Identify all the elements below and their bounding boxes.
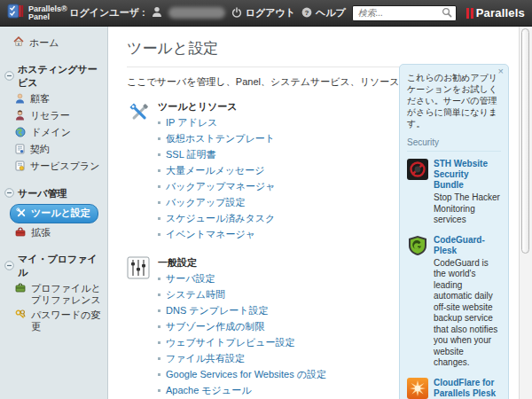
link-row: サーバ設定 xyxy=(158,272,393,286)
promo-intro-text: これらのお勧めアプリケーションをお試しください。サーバの管理がさらに簡単になりま… xyxy=(407,72,501,129)
parallels-bars-icon xyxy=(466,8,473,19)
sidebar-item-subscriptions[interactable]: 契約 xyxy=(0,142,107,159)
sidebar-item-service-plans[interactable]: サービスプラン xyxy=(0,159,107,176)
link-dns-template[interactable]: DNS テンプレート設定 xyxy=(166,304,269,317)
recommended-apps-panel: × これらのお勧めアプリケーションをお試しください。サーバの管理がさらに簡単にな… xyxy=(399,64,509,399)
sidebar-item-tools-settings-selected[interactable]: ツールと設定 xyxy=(10,204,98,223)
link-subzone-restriction[interactable]: サブゾーン作成の制限 xyxy=(166,320,264,333)
promo-app-sth: STH Website Security Bundle Stop The Hac… xyxy=(407,159,501,226)
sth-security-icon xyxy=(407,159,428,226)
search-box xyxy=(352,5,457,21)
section-tools-resources: ツールとリソース IP アドレス 仮想ホストテンプレート SSL 証明書 大量メ… xyxy=(127,100,393,241)
link-row: 大量メールメッセージ xyxy=(158,164,393,177)
codeguard-shield-icon xyxy=(407,235,428,369)
user-icon xyxy=(152,5,162,21)
link-row: DNS テンプレート設定 xyxy=(158,304,393,317)
reseller-person-icon xyxy=(15,110,25,123)
svg-text:?: ? xyxy=(304,8,309,16)
customer-person-icon xyxy=(15,93,25,106)
link-row: 仮想ホストテンプレート xyxy=(158,132,393,145)
sidebar-nav: ホーム ホスティングサービス 顧客 xyxy=(0,27,108,399)
app-title-link[interactable]: CloudFlare for Parallels Plesk Panel xyxy=(434,378,501,399)
cloudflare-icon xyxy=(407,378,428,399)
tools-icon xyxy=(16,207,27,220)
link-server-settings[interactable]: サーバ設定 xyxy=(166,272,215,286)
app-description: Stop The Hacker Monitoring services xyxy=(434,192,501,226)
app-title: Parallels® Panel xyxy=(28,5,67,21)
link-backup-manager[interactable]: バックアップマネージャ xyxy=(166,180,276,193)
link-ip-addresses[interactable]: IP アドレス xyxy=(166,116,217,129)
link-row: バックアップ設定 xyxy=(158,196,393,209)
link-event-manager[interactable]: イベントマネージャ xyxy=(166,228,255,241)
help-button[interactable]: ? ヘルプ xyxy=(301,6,346,20)
section-title: ツールとリソース xyxy=(158,100,393,113)
collapse-minus-icon xyxy=(4,261,14,272)
toolbox-icon xyxy=(15,227,26,239)
sidebar-group-server-management[interactable]: サーバ管理 xyxy=(0,185,107,202)
domain-globe-icon xyxy=(15,127,26,140)
link-google-services[interactable]: Google Services for Websites の設定 xyxy=(166,368,326,381)
help-icon: ? xyxy=(301,7,312,20)
sliders-icon xyxy=(127,256,150,283)
section-title: 一般設定 xyxy=(158,256,393,270)
parallels-panel-logo-icon xyxy=(7,3,24,23)
link-virtual-host-template[interactable]: 仮想ホストテンプレート xyxy=(166,132,275,145)
link-website-preview[interactable]: ウェブサイトプレビュー設定 xyxy=(166,336,295,349)
collapse-minus-icon xyxy=(4,71,14,82)
link-row: サブゾーン作成の制限 xyxy=(158,320,393,333)
vertical-scrollbar-thumb[interactable] xyxy=(521,28,529,254)
logout-button[interactable]: ログアウト xyxy=(231,6,295,20)
link-row: IP アドレス xyxy=(158,116,393,129)
sidebar-item-profile-preferences[interactable]: プロファイルとプリファレンス xyxy=(0,281,107,308)
link-apache-modules[interactable]: Apache モジュール xyxy=(166,384,251,397)
sidebar-item-extensions[interactable]: 拡張 xyxy=(0,225,107,241)
link-row: Apache モジュール xyxy=(158,384,393,397)
link-row: スケジュール済みタスク xyxy=(158,212,393,225)
link-row: SSL 証明書 xyxy=(158,148,393,161)
keys-icon xyxy=(15,309,26,323)
link-ssl-certificates[interactable]: SSL 証明書 xyxy=(166,148,215,161)
parallels-brand-logo: Parallels xyxy=(466,6,525,20)
sidebar-item-resellers[interactable]: リセラー xyxy=(0,108,107,125)
search-icon[interactable] xyxy=(442,5,452,21)
promo-app-cloudflare: CloudFlare for Parallels Plesk Panel Clo… xyxy=(407,378,501,399)
link-scheduled-tasks[interactable]: スケジュール済みタスク xyxy=(166,212,275,225)
sidebar-item-customers[interactable]: 顧客 xyxy=(0,91,107,108)
briefcase-icon xyxy=(15,283,26,295)
sidebar-group-hosting-services[interactable]: ホスティングサービス xyxy=(0,61,107,91)
power-icon xyxy=(231,7,242,20)
parallels-panel-window: Parallels® Panel ログインユーザ : xyxy=(0,0,532,399)
vertical-scrollbar-track[interactable] xyxy=(519,27,532,399)
wrench-screwdriver-icon xyxy=(127,100,152,129)
header-controls: ログインユーザ : ログアウト xyxy=(69,5,525,21)
home-icon xyxy=(13,36,24,50)
service-plan-icon xyxy=(15,160,25,174)
top-header-bar: Parallels® Panel ログインユーザ : xyxy=(0,0,532,27)
search-input[interactable] xyxy=(356,7,442,19)
promo-category-label: Security xyxy=(407,137,501,152)
link-backup-settings[interactable]: バックアップ設定 xyxy=(166,196,246,209)
sidebar-group-my-profile[interactable]: マイ・プロファイル xyxy=(0,251,107,281)
sidebar-item-domains[interactable]: ドメイン xyxy=(0,125,107,142)
link-system-time[interactable]: システム時間 xyxy=(166,288,225,301)
login-user-label: ログインユーザ : xyxy=(69,6,145,20)
app-title-link[interactable]: STH Website Security Bundle xyxy=(434,159,501,191)
link-file-sharing[interactable]: ファイル共有設定 xyxy=(166,352,245,365)
link-row: ウェブサイトプレビュー設定 xyxy=(158,336,393,349)
section-general-settings: 一般設定 サーバ設定 システム時間 DNS テンプレート設定 サブゾーン作成の制… xyxy=(127,256,393,399)
link-row: Google Services for Websites の設定 xyxy=(158,368,393,381)
link-mass-email[interactable]: 大量メールメッセージ xyxy=(166,164,265,177)
link-row: イベントマネージャ xyxy=(158,228,393,241)
link-row: バックアップマネージャ xyxy=(158,180,393,193)
close-icon[interactable]: × xyxy=(498,66,504,76)
sidebar-item-change-password[interactable]: パスワードの変更 xyxy=(0,308,107,334)
promo-app-codeguard: CodeGuard-Plesk CodeGuard is the world's… xyxy=(407,235,501,369)
app-title-link[interactable]: CodeGuard-Plesk xyxy=(434,235,501,256)
app-description: CodeGuard is the world's leading automat… xyxy=(434,258,501,369)
sidebar-item-home[interactable]: ホーム xyxy=(0,35,107,51)
collapse-minus-icon xyxy=(4,188,14,200)
link-row: システム時間 xyxy=(158,288,393,301)
tools-resources-links: IP アドレス 仮想ホストテンプレート SSL 証明書 大量メールメッセージ バ… xyxy=(158,116,393,241)
contract-document-icon xyxy=(15,144,25,157)
logged-in-user-name-redacted[interactable] xyxy=(168,7,225,19)
